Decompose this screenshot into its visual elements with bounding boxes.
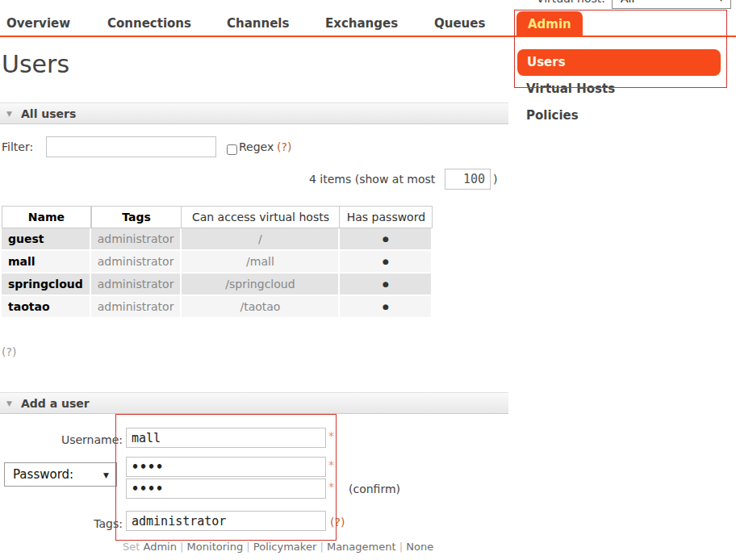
tab-overview[interactable]: Overview [6,16,70,31]
virtual-host-value: All [621,0,634,5]
separator: | [399,541,403,553]
items-count-text-close: ) [493,173,497,186]
virtual-host-select[interactable]: All ▼ [612,0,731,9]
tag-link-monitoring[interactable]: Monitoring [187,541,244,553]
user-tags: administrator [91,228,182,251]
tags-field[interactable] [126,511,326,531]
tags-help-link[interactable]: (?) [330,516,345,529]
regex-help-link[interactable]: (?) [277,140,291,153]
has-password-dot: ● [340,296,433,319]
section-header-add-user[interactable]: ▼ Add a user [0,392,508,414]
section-header-all-users[interactable]: ▼ All users [0,102,508,124]
collapse-triangle-icon: ▼ [6,399,12,407]
show-at-most-input[interactable] [445,169,491,190]
user-tags: administrator [91,251,182,274]
user-name-link[interactable]: guest [2,228,91,251]
filter-input[interactable] [46,136,216,157]
tab-channels[interactable]: Channels [227,16,289,31]
users-table: Name Tags Can access virtual hosts Has p… [2,206,433,319]
user-name-link[interactable]: springcloud [2,274,91,296]
required-asterisk: * [328,429,334,442]
table-header-row: Name Tags Can access virtual hosts Has p… [2,206,433,228]
page-title: Users [2,50,69,78]
section-title: Add a user [21,397,90,410]
table-row: guest administrator / ● [2,228,433,251]
table-row: springcloud administrator /springcloud ● [2,274,433,296]
tab-queues[interactable]: Queues [434,16,485,31]
tag-link-none[interactable]: None [406,541,433,553]
tab-exchanges[interactable]: Exchanges [325,16,398,31]
has-password-dot: ● [340,228,433,251]
tag-link-admin[interactable]: Admin [144,541,177,553]
col-header-has-password: Has password [340,206,433,228]
separator: | [246,541,249,553]
nav-underline [0,36,736,37]
table-row: taotao administrator /taotao ● [2,296,433,319]
user-vhosts: / [182,228,340,251]
regex-label: Regex [239,140,274,153]
set-label: Set [123,541,140,553]
tag-link-policymaker[interactable]: Policymaker [253,541,316,553]
user-name-link[interactable]: mall [2,251,91,274]
password-confirm-field[interactable] [126,479,326,499]
password-field[interactable] [126,457,326,477]
sidebar-item-users[interactable]: Users [517,49,721,76]
required-asterisk: * [328,480,334,493]
user-vhosts: /taotao [182,296,340,319]
sidebar-item-virtual-hosts[interactable]: Virtual Hosts [526,81,615,96]
user-vhosts: /springcloud [182,274,340,296]
tab-connections[interactable]: Connections [107,16,191,31]
filter-label: Filter: [2,140,33,153]
user-tags: administrator [91,274,182,296]
virtual-host-label: Virtual host: [516,0,605,5]
username-label: Username: [0,433,123,446]
col-header-name: Name [2,206,91,228]
section-title: All users [21,107,76,120]
table-row: mall administrator /mall ● [2,251,433,274]
chevron-down-icon: ▼ [718,0,724,2]
tab-admin[interactable]: Admin [516,11,583,37]
tag-link-management[interactable]: Management [327,541,396,553]
col-header-tags: Tags [91,206,182,228]
user-tags: administrator [91,296,182,319]
confirm-label: (confirm) [349,483,400,495]
user-vhosts: /mall [182,251,340,274]
tags-label: Tags: [0,517,123,530]
table-help-link[interactable]: (?) [2,345,16,358]
sidebar-item-policies[interactable]: Policies [526,108,579,123]
password-type-value: Password: [13,467,73,482]
tag-shortcuts-row: Set Admin | Monitoring | Policymaker | M… [123,541,433,553]
password-type-select[interactable]: Password: ▼ [4,462,117,487]
items-count-text: 4 items (show at most [309,173,435,186]
user-name-link[interactable]: taotao [2,296,91,319]
required-asterisk: * [328,458,334,471]
has-password-dot: ● [340,251,433,274]
separator: | [320,541,323,553]
collapse-triangle-icon: ▼ [6,110,12,118]
rabbitmq-admin-users-page: Virtual host: All ▼ Overview Connections… [0,0,736,560]
has-password-dot: ● [340,274,433,296]
separator: | [180,541,183,553]
col-header-vhosts: Can access virtual hosts [182,206,340,228]
chevron-down-icon: ▼ [103,471,109,479]
username-field[interactable] [126,428,326,448]
regex-checkbox[interactable] [227,144,237,155]
